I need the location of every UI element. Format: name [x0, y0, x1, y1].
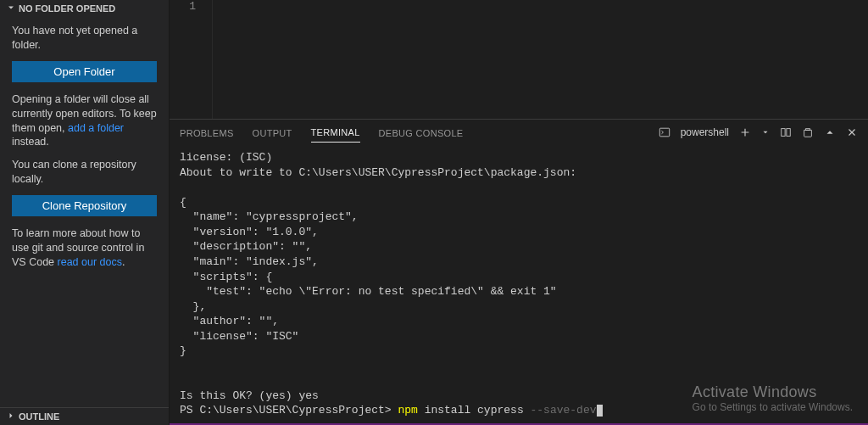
- split-terminal-chevron[interactable]: [761, 128, 770, 137]
- tab-debug-console[interactable]: DEBUG CONSOLE: [379, 123, 464, 143]
- close-panel-button[interactable]: [846, 126, 858, 138]
- opening-info-post: instead.: [12, 136, 49, 148]
- add-folder-link[interactable]: add a folder: [68, 122, 124, 134]
- new-terminal-button[interactable]: [739, 126, 751, 138]
- term-line: "description": "",: [180, 240, 312, 253]
- clone-info: You can clone a repository locally.: [12, 158, 157, 187]
- editor-area: 1 PROBLEMS OUTPUT TERMINAL DEBUG CONSOLE…: [170, 0, 868, 425]
- term-line: "version": "1.0.0",: [180, 226, 319, 238]
- outline-header[interactable]: OUTLINE: [0, 407, 169, 425]
- no-folder-message: You have not yet opened a folder.: [12, 24, 157, 53]
- clone-repository-button[interactable]: Clone Repository: [12, 195, 157, 216]
- outline-header-label: OUTLINE: [19, 411, 59, 422]
- term-cmd-rest: install cypress: [418, 404, 531, 417]
- terminal-icon: [659, 126, 670, 138]
- chevron-right-icon: [5, 411, 17, 421]
- term-cmd-npm: npm: [398, 404, 417, 417]
- split-terminal-button[interactable]: [780, 126, 792, 138]
- bottom-panel: PROBLEMS OUTPUT TERMINAL DEBUG CONSOLE p…: [170, 119, 868, 423]
- line-number-gutter: 1: [170, 0, 212, 119]
- term-prompt: PS C:\Users\USER\CypressProject>: [180, 404, 398, 417]
- terminal-output[interactable]: license: (ISC) About to write to C:\User…: [170, 145, 868, 423]
- editor-top: 1: [170, 0, 868, 119]
- line-number: 1: [170, 0, 196, 13]
- svg-rect-2: [787, 129, 790, 137]
- shell-label[interactable]: powershell: [681, 126, 729, 138]
- open-folder-button[interactable]: Open Folder: [12, 61, 157, 82]
- term-line: About to write to C:\Users\USER\CypressP…: [180, 166, 576, 179]
- terminal-cursor: [597, 405, 603, 417]
- term-line: license: (ISC): [180, 151, 272, 164]
- term-line: "license": "ISC": [180, 330, 298, 343]
- chevron-down-icon: [5, 3, 17, 13]
- panel-actions: powershell: [659, 126, 858, 138]
- tab-terminal[interactable]: TERMINAL: [311, 122, 360, 143]
- term-line: "main": "index.js",: [180, 255, 319, 268]
- opening-info: Opening a folder will close all currentl…: [12, 92, 157, 150]
- term-line: },: [180, 300, 206, 313]
- term-line: "scripts": {: [180, 271, 272, 283]
- svg-rect-0: [659, 128, 669, 137]
- sidebar-content: You have not yet opened a folder. Open F…: [0, 17, 169, 407]
- tab-problems[interactable]: PROBLEMS: [180, 123, 234, 143]
- term-line: "test": "echo \"Error: no test specified…: [180, 285, 557, 298]
- term-line: }: [180, 344, 186, 357]
- panel-tabs: PROBLEMS OUTPUT TERMINAL DEBUG CONSOLE p…: [170, 120, 868, 145]
- term-cmd-flag: --save-dev: [530, 404, 596, 417]
- maximize-panel-button[interactable]: [824, 126, 836, 138]
- learn-info: To learn more about how to use git and s…: [12, 226, 157, 270]
- term-line: {: [180, 196, 186, 209]
- no-folder-header-label: NO FOLDER OPENED: [19, 3, 115, 14]
- learn-info-post: .: [122, 256, 125, 268]
- editor-body[interactable]: [212, 0, 868, 119]
- kill-terminal-button[interactable]: [802, 126, 814, 138]
- sidebar: NO FOLDER OPENED You have not yet opened…: [0, 0, 170, 425]
- tab-output[interactable]: OUTPUT: [253, 123, 292, 143]
- no-folder-header[interactable]: NO FOLDER OPENED: [0, 0, 169, 17]
- term-line: Is this OK? (yes) yes: [180, 389, 319, 402]
- read-docs-link[interactable]: read our docs: [58, 256, 122, 268]
- svg-rect-1: [782, 129, 785, 137]
- term-line: "name": "cypressproject",: [180, 210, 359, 223]
- term-line: "author": "",: [180, 315, 279, 327]
